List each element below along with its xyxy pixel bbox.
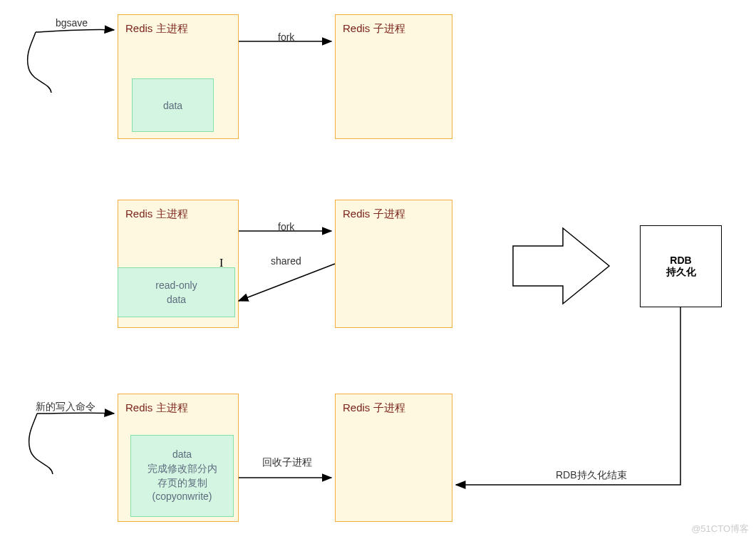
child-process-box-3: Redis 子进程 bbox=[335, 394, 452, 522]
data-box-2: read-only data bbox=[118, 267, 235, 317]
watermark: @51CTO博客 bbox=[691, 523, 749, 535]
main-process-title-3: Redis 主进程 bbox=[125, 401, 231, 415]
rdb-line1: RDB bbox=[670, 255, 691, 266]
data-label-3b: 完成修改部分内 bbox=[147, 462, 217, 476]
rdb-box: RDB 持久化 bbox=[640, 225, 722, 307]
bgsave-arrow bbox=[36, 30, 114, 32]
data-box-3: data 完成修改部分内 存页的复制 (copyonwrite) bbox=[130, 435, 234, 517]
collect-child-label: 回收子进程 bbox=[262, 456, 312, 469]
readonly-label: read-only bbox=[155, 279, 197, 291]
bgsave-tail bbox=[28, 32, 51, 93]
child-process-title-1: Redis 子进程 bbox=[343, 22, 445, 36]
rdb-end-arrow bbox=[456, 307, 680, 485]
text-cursor: I bbox=[219, 257, 223, 270]
rdb-end-label: RDB持久化结束 bbox=[556, 469, 627, 482]
child-process-box-1: Redis 子进程 bbox=[335, 14, 452, 139]
main-process-title-2: Redis 主进程 bbox=[125, 207, 231, 221]
data-label-1: data bbox=[163, 100, 182, 111]
data-label-3c: 存页的复制 bbox=[157, 476, 207, 491]
child-process-title-2: Redis 子进程 bbox=[343, 207, 445, 221]
fork-label-1: fork bbox=[278, 31, 294, 43]
data-label-3d: (copyonwrite) bbox=[152, 490, 212, 504]
data-label-2: data bbox=[167, 294, 186, 305]
fork-label-2: fork bbox=[278, 221, 294, 232]
main-process-title-1: Redis 主进程 bbox=[125, 22, 231, 36]
writecmd-tail bbox=[29, 414, 53, 474]
shared-arrow bbox=[239, 264, 335, 301]
rdb-line2: 持久化 bbox=[666, 266, 696, 279]
bgsave-label: bgsave bbox=[56, 17, 88, 29]
data-box-1: data bbox=[132, 78, 214, 132]
shared-label: shared bbox=[271, 255, 301, 267]
child-process-title-3: Redis 子进程 bbox=[343, 401, 445, 415]
child-process-box-2: Redis 子进程 bbox=[335, 200, 452, 328]
big-arrow-icon bbox=[513, 228, 609, 304]
data-label-3a: data bbox=[172, 448, 192, 462]
write-cmd-label: 新的写入命令 bbox=[36, 401, 95, 414]
